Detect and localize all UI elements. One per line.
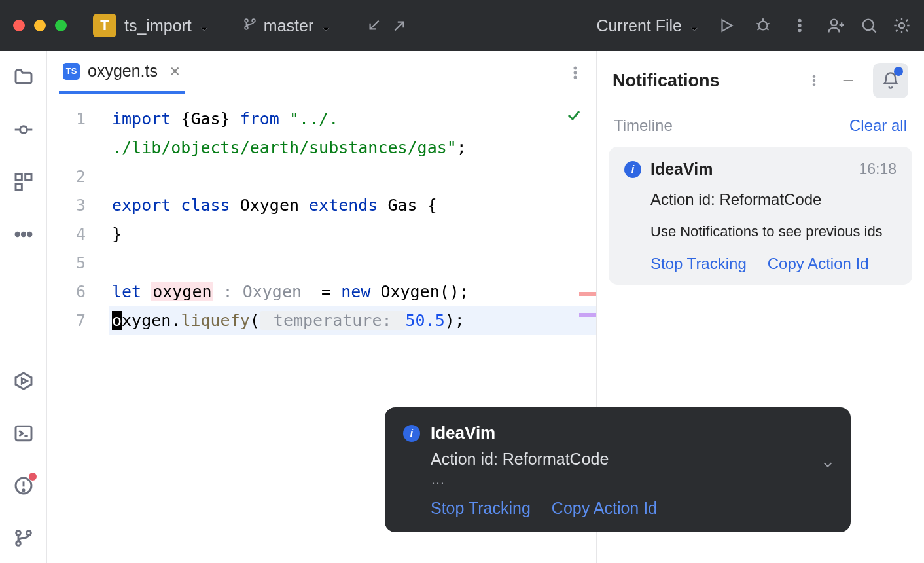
- notification-body: Action id: ReformatCode: [650, 191, 897, 209]
- svg-rect-26: [16, 184, 22, 190]
- svg-rect-25: [25, 174, 31, 180]
- code-token: {Gas}: [171, 109, 240, 128]
- code-token: ;: [457, 138, 467, 157]
- code-token: .: [171, 311, 181, 330]
- chevron-down-icon: [198, 20, 209, 31]
- inspection-ok-icon[interactable]: [566, 107, 582, 127]
- run-button[interactable]: [717, 16, 736, 35]
- svg-line-3: [370, 20, 379, 29]
- close-window-button[interactable]: [13, 20, 25, 31]
- code-token: liquefy: [181, 311, 249, 330]
- svg-point-18: [863, 20, 874, 30]
- notifications-subheader: Timeline Clear all: [597, 107, 924, 144]
- code-token: (: [250, 311, 260, 330]
- svg-marker-31: [22, 378, 27, 384]
- toast-stop-tracking-link[interactable]: Stop Tracking: [431, 499, 531, 518]
- project-name: ts_import: [124, 16, 192, 35]
- svg-point-14: [798, 29, 800, 31]
- git-branch-icon: [243, 16, 257, 35]
- notifications-bell-button[interactable]: [873, 63, 908, 98]
- notification-subtext: Use Notifications to see previous ids: [650, 223, 897, 240]
- svg-point-15: [831, 20, 837, 26]
- svg-point-41: [575, 71, 577, 73]
- project-icon: T: [93, 14, 116, 37]
- svg-point-1: [252, 19, 255, 22]
- code-token: =: [311, 282, 341, 301]
- settings-icon[interactable]: [893, 16, 911, 35]
- code-token: new: [341, 282, 370, 301]
- notification-time: 16:18: [859, 160, 897, 178]
- svg-point-0: [245, 19, 248, 22]
- code-with-me-icon[interactable]: [827, 16, 845, 35]
- stop-tracking-link[interactable]: Stop Tracking: [650, 255, 747, 273]
- notifications-title: Notifications: [613, 71, 720, 91]
- hide-panel-icon[interactable]: [839, 71, 857, 90]
- notification-source: IdeaVim: [650, 160, 713, 179]
- editor-tab[interactable]: TS oxygen.ts ✕: [59, 51, 185, 94]
- info-icon: i: [624, 161, 641, 178]
- structure-tool-icon[interactable]: [12, 170, 35, 194]
- notification-dot: [894, 67, 903, 76]
- svg-point-44: [813, 80, 815, 82]
- svg-rect-24: [16, 174, 22, 180]
- more-tool-icon[interactable]: [12, 223, 35, 246]
- svg-line-10: [757, 28, 760, 29]
- svg-point-45: [813, 84, 815, 86]
- svg-point-42: [575, 76, 577, 78]
- minimize-window-button[interactable]: [34, 20, 46, 31]
- error-stripe-marker[interactable]: [579, 313, 596, 317]
- maximize-window-button[interactable]: [55, 20, 67, 31]
- code-token: import: [112, 109, 171, 128]
- vcs-tool-icon[interactable]: [12, 526, 35, 550]
- svg-point-43: [813, 75, 815, 77]
- problems-tool-icon[interactable]: [12, 474, 35, 498]
- svg-point-40: [575, 67, 577, 69]
- timeline-label: Timeline: [614, 117, 673, 135]
- more-actions-button[interactable]: [791, 16, 809, 35]
- project-selector[interactable]: ts_import: [124, 16, 209, 35]
- tab-filename: oxygen.ts: [88, 62, 158, 81]
- editor-tabbar: TS oxygen.ts ✕: [47, 51, 596, 96]
- close-tab-icon[interactable]: ✕: [169, 64, 181, 79]
- line-number: 1: [47, 105, 86, 134]
- error-stripe-marker[interactable]: [579, 292, 596, 296]
- line-number: 5: [47, 249, 86, 278]
- services-tool-icon[interactable]: [12, 369, 35, 393]
- svg-point-37: [16, 531, 20, 536]
- branch-name: master: [264, 16, 313, 35]
- svg-line-9: [766, 24, 769, 24]
- line-number: 4: [47, 220, 86, 249]
- editor-tab-more-icon[interactable]: [566, 64, 584, 82]
- toast-copy-action-id-link[interactable]: Copy Action Id: [552, 499, 657, 518]
- svg-point-13: [798, 24, 800, 26]
- chevron-down-icon: [688, 20, 699, 31]
- svg-point-21: [20, 126, 27, 134]
- outgoing-changes-icon[interactable]: [391, 16, 409, 35]
- line-number: 3: [47, 191, 86, 220]
- chevron-down-icon: [320, 20, 330, 31]
- svg-line-19: [872, 29, 876, 33]
- notification-card[interactable]: i IdeaVim 16:18 Action id: ReformatCode …: [609, 147, 912, 285]
- cursor: o: [112, 311, 122, 330]
- copy-action-id-link[interactable]: Copy Action Id: [768, 255, 869, 273]
- svg-line-11: [766, 28, 768, 29]
- clear-all-link[interactable]: Clear all: [849, 117, 907, 135]
- toast-expand-icon[interactable]: [821, 458, 835, 475]
- project-tool-icon[interactable]: [12, 65, 35, 89]
- code-token: xygen: [122, 311, 171, 330]
- incoming-changes-icon[interactable]: [364, 16, 383, 35]
- run-config-selector[interactable]: Current File: [596, 16, 699, 35]
- search-everywhere-icon[interactable]: [860, 16, 878, 35]
- svg-marker-5: [722, 20, 732, 31]
- debug-button[interactable]: [754, 16, 772, 35]
- code-token: extends: [309, 196, 378, 215]
- panel-more-icon[interactable]: [805, 71, 823, 90]
- branch-selector[interactable]: master: [243, 16, 330, 35]
- code-token: Oxygen();: [370, 282, 469, 301]
- inlay-hint: : Oxygen: [213, 282, 312, 301]
- commit-tool-icon[interactable]: [12, 118, 35, 141]
- code-token: "../.: [279, 109, 338, 128]
- terminal-tool-icon[interactable]: [12, 422, 35, 445]
- code-token: );: [445, 311, 465, 330]
- titlebar: T ts_import master Current File: [0, 0, 924, 51]
